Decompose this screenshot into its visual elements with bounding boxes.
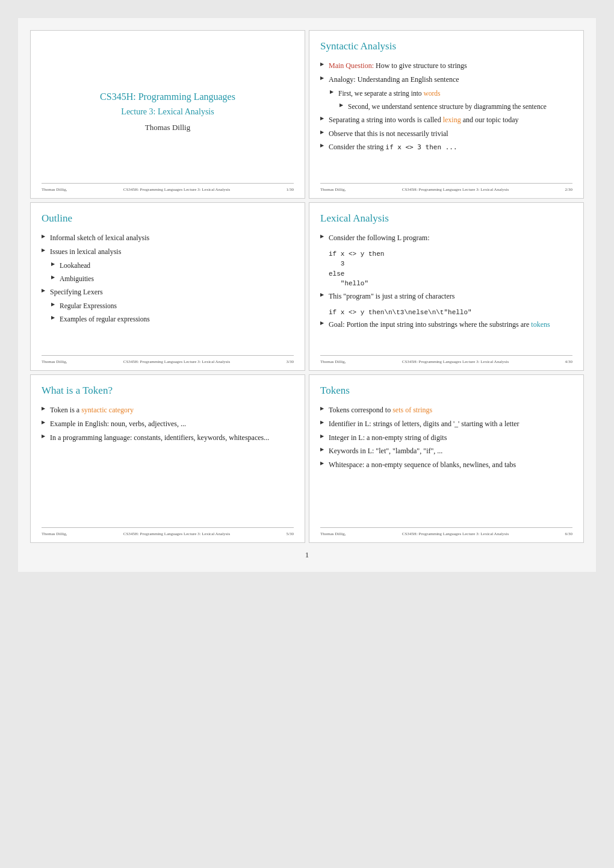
footer-center: CS345H: Programming Languages Lecture 3:… [123, 532, 230, 536]
footer-center: CS345H: Programming Languages Lecture 3:… [402, 359, 509, 364]
bullet-item: Example in English: noun, verbs, adjecti… [42, 419, 294, 429]
bullet-item: Informal sketch of lexical analysis [42, 233, 294, 243]
slide-5-title: What is a Token? [42, 385, 294, 397]
slide-4-title: Lexical Analysis [320, 212, 572, 225]
bullet-item: In a programming language: constants, id… [42, 433, 294, 443]
footer-left: Thomas Dillig, [42, 187, 67, 192]
highlight-syntactic: syntactic category [81, 406, 134, 414]
bullet-item: Integer in L: a non-empty string of digi… [320, 433, 572, 443]
slide-5: What is a Token? Token is a syntactic ca… [30, 374, 305, 543]
footer-center: CS345H: Programming Languages Lecture 3:… [402, 532, 509, 536]
slide-2: Syntactic Analysis Main Question: How to… [309, 30, 584, 199]
slide-1: CS345H: Programming Languages Lecture 3:… [30, 30, 305, 199]
page: CS345H: Programming Languages Lecture 3:… [18, 18, 596, 572]
bullet-item: This "program" is just a string of chara… [320, 291, 572, 302]
footer-left: Thomas Dillig, [320, 359, 346, 364]
highlight-text: Main Question: [329, 61, 374, 70]
bullet-item: Consider the following L program: [320, 233, 572, 243]
highlight-sets: sets of strings [392, 406, 432, 414]
slide-1-sub-title: Lecture 3: Lexical Analysis [121, 107, 214, 117]
bullet-item: Main Question: How to give structure to … [320, 61, 572, 71]
bullet-item: Identifier in L: strings of letters, dig… [320, 419, 572, 429]
slide-2-bullets: Main Question: How to give structure to … [320, 61, 572, 156]
highlight-words: words [423, 90, 440, 97]
footer-left: Thomas Dillig, [320, 532, 346, 536]
slide-4-bullets: Consider the following L program: [320, 233, 572, 247]
slide-6: Tokens Tokens correspond to sets of stri… [309, 374, 584, 543]
bullet-sub-sub-item: Second, we understand sentence structure… [340, 102, 572, 111]
footer-left: Thomas Dillig, [42, 359, 67, 364]
bullet-item: Observe that this is not necessarily tri… [320, 129, 572, 139]
slide-4-bullets-2: This "program" is just a string of chara… [320, 291, 572, 305]
slide-3-title: Outline [42, 212, 294, 225]
footer-left: Thomas Dillig, [320, 187, 346, 192]
slide-2-footer: Thomas Dillig, CS345H: Programming Langu… [320, 183, 572, 192]
bullet-item: Consider the string if x <> 3 then ... [320, 142, 572, 152]
slide-1-content: CS345H: Programming Languages Lecture 3:… [42, 40, 294, 183]
bullet-item: Whitespace: a non-empty sequence of blan… [320, 460, 572, 470]
footer-center: CS345H: Programming Languages Lecture 3:… [402, 187, 509, 192]
slide-row-1: CS345H: Programming Languages Lecture 3:… [30, 30, 584, 199]
highlight-tokens: tokens [531, 320, 550, 329]
slide-4-bullets-3: Goal: Portion the input string into subs… [320, 320, 572, 333]
footer-right: 1/30 [287, 187, 294, 192]
slide-1-footer: Thomas Dillig, CS345H: Programming Langu… [42, 183, 294, 192]
footer-right: 2/30 [565, 187, 572, 192]
bullet-sub-item: Examples of regular expressions [51, 314, 294, 324]
slide-2-title: Syntactic Analysis [320, 40, 572, 52]
bullet-sub-item: First, we separate a string into words [330, 88, 572, 98]
slide-5-footer: Thomas Dillig, CS345H: Programming Langu… [42, 527, 294, 536]
slide-3-bullets: Informal sketch of lexical analysis Issu… [42, 233, 294, 327]
highlight-lexing: lexing [443, 116, 461, 124]
bullet-item: Goal: Portion the input string into subs… [320, 320, 572, 330]
slide-4: Lexical Analysis Consider the following … [309, 202, 584, 371]
bullet-item: Issues in lexical analysis [42, 247, 294, 257]
footer-center: CS345H: Programming Languages Lecture 3:… [123, 187, 230, 192]
bullet-sub-item: Ambiguities [51, 274, 294, 284]
slide-3-footer: Thomas Dillig, CS345H: Programming Langu… [42, 355, 294, 364]
bullet-item: Keywords in L: "let", "lambda", "if", ..… [320, 446, 572, 456]
footer-right: 5/30 [287, 532, 294, 536]
slide-6-title: Tokens [320, 385, 572, 397]
slide-3: Outline Informal sketch of lexical analy… [30, 202, 305, 371]
slide-6-bullets: Tokens correspond to sets of strings Ide… [320, 405, 572, 474]
slide-4-footer: Thomas Dillig, CS345H: Programming Langu… [320, 355, 572, 364]
bullet-sub-item: Lookahead [51, 261, 294, 270]
bullet-item: Separating a string into words is called… [320, 115, 572, 125]
slide-1-author: Thomas Dillig [145, 123, 190, 132]
slide-row-3: What is a Token? Token is a syntactic ca… [30, 374, 584, 543]
slide-6-footer: Thomas Dillig, CS345H: Programming Langu… [320, 527, 572, 536]
page-number: 1 [30, 550, 584, 560]
footer-right: 3/30 [287, 359, 294, 364]
bullet-item: Analogy: Understanding an English senten… [320, 75, 572, 85]
bullet-item: Tokens correspond to sets of strings [320, 405, 572, 415]
footer-center: CS345H: Programming Languages Lecture 3:… [123, 359, 230, 364]
footer-left: Thomas Dillig, [42, 532, 67, 536]
code-block-2: if x <> y then\n\t3\nelse\n\t"hello" [329, 308, 572, 318]
slide-5-bullets: Token is a syntactic category Example in… [42, 405, 294, 446]
footer-right: 6/30 [565, 532, 572, 536]
bullet-item: Specifying Lexers [42, 287, 294, 297]
slide-row-2: Outline Informal sketch of lexical analy… [30, 202, 584, 371]
footer-right: 4/30 [565, 359, 572, 364]
code-inline: if x <> 3 then ... [385, 143, 457, 151]
code-block-1: if x <> y then 3 else "hello" [329, 249, 572, 289]
bullet-item: Token is a syntactic category [42, 405, 294, 415]
bullet-sub-item: Regular Expressions [51, 301, 294, 311]
slide-1-main-title: CS345H: Programming Languages [100, 91, 235, 102]
